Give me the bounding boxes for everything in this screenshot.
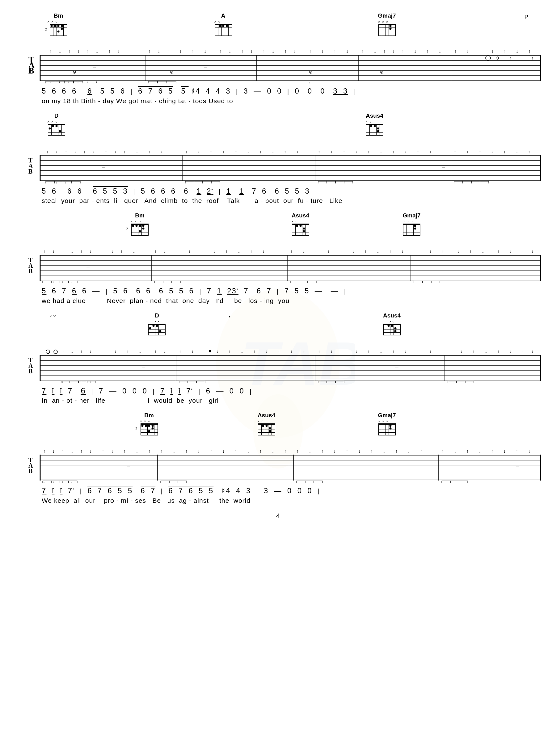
svg-text:↓: ↓: [62, 480, 63, 483]
svg-rect-42: [167, 81, 176, 83]
svg-text:↓: ↓: [241, 349, 243, 354]
svg-text:↓: ↓: [522, 56, 524, 60]
svg-text:↑: ↑: [491, 449, 493, 454]
staff-svg-1: T A B ↑ ↓ ↑ ↓ ↑ ↓ ↑ ↓ ↓ ↓: [25, 46, 544, 83]
svg-rect-41: [158, 81, 167, 83]
svg-text:↓: ↓: [272, 149, 274, 154]
svg-text:↓: ↓: [96, 49, 98, 54]
svg-rect-151: [203, 181, 211, 183]
svg-text:–: –: [127, 463, 130, 469]
svg-rect-308: [456, 381, 465, 383]
num-7: 3 — 0 0: [243, 87, 282, 95]
svg-rect-379: [305, 481, 314, 483]
svg-text:B: B: [28, 168, 32, 175]
svg-text:↓: ↓: [53, 480, 54, 483]
svg-text:↓: ↓: [62, 381, 63, 383]
content: Bm × × ○ 2: [25, 12, 531, 520]
svg-text:↓: ↓: [68, 80, 69, 83]
numbers-line-1: 5 6 6 6 6 5 5 6 | 6 7 6 5 5 ♯4 4 4 3 | 3…: [25, 86, 531, 96]
svg-text:↓: ↓: [53, 449, 55, 454]
svg-rect-306: [336, 381, 344, 383]
svg-text:↑: ↑: [497, 349, 499, 354]
chord-tops: × ○: [213, 20, 233, 24]
svg-text:↑: ↑: [120, 249, 123, 254]
svg-text:↑: ↑: [46, 149, 48, 154]
svg-text:↓: ↓: [272, 49, 274, 54]
num-9: 3 3: [333, 87, 348, 95]
svg-text:↓: ↓: [198, 449, 200, 454]
svg-text:↓: ↓: [164, 249, 166, 254]
svg-text:↓: ↓: [56, 181, 57, 183]
svg-text:↓: ↓: [114, 149, 116, 154]
svg-text:↑: ↑: [318, 349, 320, 354]
svg-text:↓: ↓: [266, 349, 268, 354]
svg-text:↓: ↓: [321, 49, 324, 54]
numbers-line-3: 5 6 7 6 6 — | 5 6 6 6 6 5 5 6 | 7 1 23• …: [25, 286, 531, 296]
svg-text:⊗: ⊗: [309, 70, 313, 74]
svg-text:↑: ↑: [392, 149, 394, 154]
svg-rect-229: [290, 281, 299, 283]
svg-text:↓: ↓: [516, 149, 518, 154]
chord-row-5: Bm × × ○ 2: [25, 412, 531, 446]
svg-rect-382: [450, 481, 459, 483]
svg-text:↓: ↓: [334, 449, 336, 454]
svg-point-250: [54, 350, 58, 354]
svg-text:↑: ↑: [290, 249, 292, 254]
svg-text:↑: ↑: [361, 49, 364, 54]
svg-text:↑: ↑: [503, 49, 506, 54]
svg-text:B: B: [28, 368, 32, 374]
svg-text:↑: ↑: [127, 349, 129, 354]
svg-text:↓: ↓: [136, 449, 138, 454]
svg-text:↑: ↑: [185, 149, 187, 154]
svg-text:i: i: [73, 81, 73, 83]
chord-name: Asus4: [383, 312, 401, 319]
svg-text:↑: ↑: [235, 449, 237, 454]
svg-text:↑: ↑: [389, 249, 391, 254]
chord-tops: ○ ○ ○: [377, 20, 397, 24]
svg-rect-374: [69, 481, 77, 483]
svg-text:↑: ↑: [334, 49, 336, 54]
svg-text:↑: ↑: [241, 49, 243, 54]
svg-text:↓: ↓: [383, 449, 385, 454]
chord-bm-1: Bm × × ○ 2: [46, 12, 70, 36]
svg-rect-232: [414, 281, 423, 283]
svg-text:–: –: [395, 363, 398, 370]
svg-text:↑: ↑: [201, 249, 203, 254]
svg-text:↑: ↑: [315, 249, 317, 254]
section-2: D × × ○: [25, 112, 531, 205]
svg-rect-40: [148, 81, 158, 83]
svg-text:↑: ↑: [297, 449, 299, 454]
svg-rect-233: [423, 281, 431, 283]
svg-text:↓: ↓: [485, 349, 487, 354]
svg-text:↑: ↑: [343, 349, 345, 354]
svg-text:↓: ↓: [53, 249, 55, 254]
tab-staff-5: T A B ↑ ↓ ↑ ↓ ↑ ↓ ↑ ↓ ↑ ↓: [25, 446, 531, 483]
svg-text:↓: ↓: [161, 149, 163, 154]
svg-text:↓: ↓: [531, 349, 533, 354]
staff-svg-2: T A B ↑ ↓ ↑ ↓ ↑ ↓ ↑ ↓ ↑: [25, 146, 544, 183]
svg-rect-155: [336, 181, 344, 183]
svg-text:↑: ↑: [417, 349, 419, 354]
svg-text:↑: ↑: [263, 49, 265, 54]
svg-text:⊗: ⊗: [73, 70, 76, 74]
svg-text:↓: ↓: [90, 449, 92, 454]
svg-text:↓: ↓: [56, 149, 58, 154]
svg-rect-226: [154, 281, 163, 283]
svg-text:↓: ↓: [263, 249, 265, 254]
svg-text:↓: ↓: [71, 280, 73, 283]
svg-text:↓: ↓: [491, 149, 493, 154]
svg-text:↑: ↑: [105, 149, 107, 154]
svg-text:↓: ↓: [405, 349, 407, 354]
svg-text:↓: ↓: [62, 280, 63, 283]
svg-text:↑: ↑: [318, 149, 320, 154]
svg-rect-377: [178, 481, 186, 483]
svg-text:↑: ↑: [340, 249, 342, 254]
svg-text:↓: ↓: [188, 249, 190, 254]
chord-name: Bm: [135, 212, 145, 219]
svg-text:B: B: [28, 66, 34, 75]
svg-point-251: [209, 350, 211, 352]
staff-svg-4: T A B ↑ ↓ ↑ ↓ ↑ ↓: [25, 346, 544, 383]
svg-text:↑: ↑: [167, 49, 169, 54]
svg-text:↓: ↓: [213, 249, 215, 254]
svg-text:↓: ↓: [303, 249, 305, 254]
